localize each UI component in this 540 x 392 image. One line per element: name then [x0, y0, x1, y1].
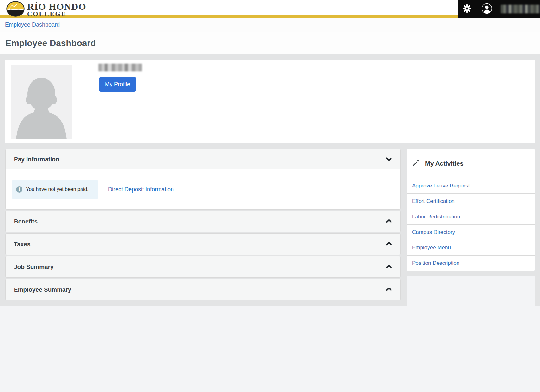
accordion-label: Taxes [14, 241, 386, 248]
section-pay-information: Pay Information i You have not yet been … [5, 149, 401, 210]
accordion-label: Pay Information [14, 156, 386, 163]
right-column-spacer [407, 276, 535, 306]
avatar [11, 65, 72, 139]
my-activities-header: My Activities [407, 149, 535, 178]
brand-name-line1: RÍO HONDO [27, 2, 86, 11]
user-menu-button[interactable] [480, 0, 494, 18]
brand-name-line2: COLLEGE [27, 11, 86, 17]
page-title: Employee Dashboard [5, 38, 96, 48]
activity-link-approve-leave-request[interactable]: Approve Leave Request [407, 178, 535, 193]
activity-link-effort-certification[interactable]: Effort Certification [407, 193, 535, 209]
header-user-block [458, 0, 540, 18]
my-activities-title: My Activities [425, 160, 464, 167]
activity-link-employee-menu[interactable]: Employee Menu [407, 240, 535, 255]
accordion-header-job-summary[interactable]: Job Summary [5, 256, 401, 278]
accordion-label: Benefits [14, 218, 386, 225]
accordion-header-benefits[interactable]: Benefits [5, 211, 401, 232]
my-profile-button[interactable]: My Profile [99, 77, 136, 92]
chevron-up-icon [386, 264, 392, 270]
activity-link-position-description[interactable]: Position Description [407, 255, 535, 271]
activity-link-label: Effort Certification [412, 198, 455, 204]
accordion-header-taxes[interactable]: Taxes [5, 233, 401, 255]
activity-link-label: Employee Menu [412, 245, 451, 251]
title-bar: Employee Dashboard [0, 32, 540, 54]
activity-link-label: Labor Redistribution [412, 214, 460, 220]
accordion-label: Employee Summary [14, 286, 386, 293]
pay-information-content: i You have not yet been paid. Direct Dep… [6, 169, 400, 209]
dashboard-columns: Pay Information i You have not yet been … [5, 149, 535, 306]
main-column: Pay Information i You have not yet been … [5, 149, 401, 300]
activity-link-campus-directory[interactable]: Campus Directory [407, 224, 535, 240]
accordion-label: Job Summary [14, 264, 386, 270]
accordion-header-employee-summary[interactable]: Employee Summary [5, 279, 401, 300]
info-icon: i [16, 186, 22, 193]
profile-card: My Profile [5, 60, 535, 143]
activities-column: My Activities Approve Leave Request Effo… [407, 149, 535, 306]
gear-icon [463, 4, 471, 14]
not-paid-alert-text: You have not yet been paid. [26, 187, 88, 192]
my-activities-panel: My Activities Approve Leave Request Effo… [407, 149, 535, 271]
header-username-redacted[interactable] [501, 5, 540, 13]
person-icon [481, 3, 493, 15]
direct-deposit-link[interactable]: Direct Deposit Information [108, 186, 174, 193]
activity-link-labor-redistribution[interactable]: Labor Redistribution [407, 209, 535, 224]
chevron-down-icon [386, 157, 392, 162]
activity-link-label: Approve Leave Request [412, 183, 470, 189]
profile-name-redacted [98, 64, 142, 71]
chevron-up-icon [386, 287, 392, 293]
settings-button[interactable] [461, 0, 473, 18]
content-wrapper: My Profile Pay Information i You have no… [0, 54, 540, 306]
chevron-up-icon [386, 219, 392, 224]
activity-link-label: Position Description [412, 260, 459, 266]
breadcrumb-link-employee-dashboard[interactable]: Employee Dashboard [5, 21, 60, 28]
accordion-header-pay-information[interactable]: Pay Information [6, 149, 400, 169]
app-header: RÍO HONDO COLLEGE [0, 0, 540, 18]
activity-link-label: Campus Directory [412, 229, 455, 235]
magic-wand-icon [412, 159, 420, 168]
not-paid-alert: i You have not yet been paid. [12, 180, 98, 199]
breadcrumb: Employee Dashboard [0, 18, 540, 32]
rio-hondo-oval-logo-icon [6, 1, 25, 18]
chevron-up-icon [386, 241, 392, 247]
rio-hondo-logo: RÍO HONDO COLLEGE [6, 1, 86, 18]
